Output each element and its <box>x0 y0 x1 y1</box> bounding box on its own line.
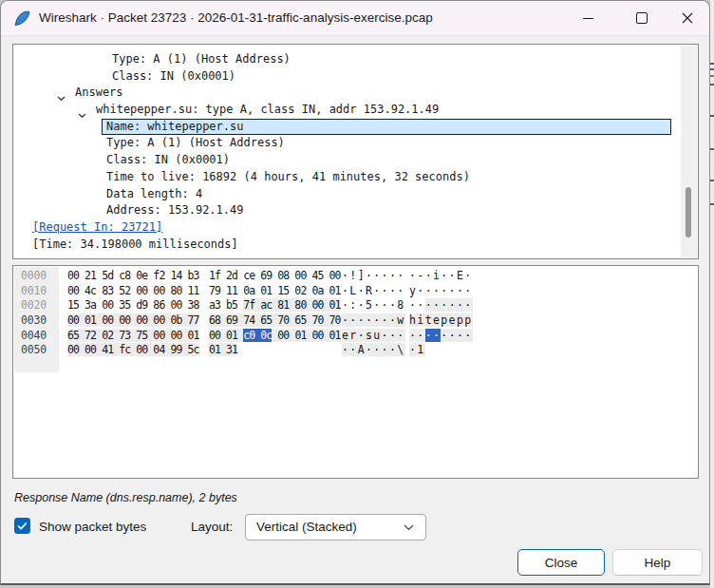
tree-scrollbar[interactable] <box>681 46 697 257</box>
packet-dialog-window: Wireshark · Packet 23723 · 2026-01-31-tr… <box>0 0 710 585</box>
show-packet-bytes-label[interactable]: Show packet bytes <box>39 520 146 534</box>
tree-scrollbar-thumb[interactable] <box>686 187 691 237</box>
tree-row-selected[interactable]: Name: whitepepper.su <box>13 119 680 136</box>
tree-row-text: Answers <box>75 85 123 102</box>
hex-offset: 0010 <box>21 284 47 299</box>
tree-row[interactable]: Answers <box>13 85 680 102</box>
hex-segment: ·L·R···· <box>342 284 405 299</box>
layout-dropdown-value: Vertical (Stacked) <box>256 515 357 540</box>
show-packet-bytes-checkbox[interactable] <box>14 518 30 534</box>
screen-edge-artifact <box>710 0 714 588</box>
field-status-text: Response Name (dns.resp.name), 2 bytes <box>14 491 237 504</box>
tree-row[interactable]: Class: IN (0x0001) <box>13 68 680 85</box>
hex-segment: ·-·i··E· <box>409 269 473 284</box>
close-window-button[interactable] <box>666 1 709 35</box>
tree-row-text: Data length: 4 <box>106 186 202 203</box>
tree-row-text: Time to live: 16892 (4 hours, 41 minutes… <box>106 169 470 186</box>
tree-row-text: Class: IN (0x0001) <box>106 152 230 169</box>
hex-offset: 0040 <box>21 329 47 344</box>
hex-segment: hitepepp <box>409 313 473 329</box>
hex-segment: 68 69 74 65 70 65 70 70 <box>209 313 341 329</box>
close-icon <box>682 12 693 24</box>
tree-row-text: Address: 153.92.1.49 <box>106 202 244 219</box>
wireshark-icon <box>13 9 31 28</box>
hex-segment: 1f 2d ce 69 08 00 45 00 <box>209 269 341 284</box>
tree-row-text: [Time: 34.198000 milliseconds] <box>32 237 238 254</box>
hex-segment: ········ <box>409 329 473 344</box>
tree-row-text: Type: A (1) (Host Address) <box>112 51 291 68</box>
minimize-button[interactable] <box>566 1 610 35</box>
tree-row[interactable]: Time to live: 16892 (4 hours, 41 minutes… <box>13 169 680 186</box>
hex-offset: 0020 <box>21 298 47 313</box>
tree-row[interactable]: whitepepper.su: type A, class IN, addr 1… <box>13 102 680 119</box>
layout-label: Layout: <box>191 520 233 534</box>
hex-segment: 00 01 c0 0c 00 01 00 01 <box>209 329 341 344</box>
packet-detail-pane: Type: A (1) (Host Address)Class: IN (0x0… <box>12 44 699 259</box>
hex-segment: y······· <box>409 284 473 299</box>
hex-segment: ·!]····· <box>342 269 405 284</box>
packet-detail-rows: Type: A (1) (Host Address)Class: IN (0x0… <box>13 51 680 253</box>
hex-offset: 0030 <box>21 313 47 329</box>
title-bar: Wireshark · Packet 23723 · 2026-01-31-tr… <box>1 1 709 36</box>
hex-segment: 01 31 <box>209 343 237 358</box>
tree-row[interactable]: Type: A (1) (Host Address) <box>13 51 680 68</box>
tree-row[interactable]: [Time: 34.198000 milliseconds] <box>13 237 680 254</box>
help-button[interactable]: Help <box>612 549 703 576</box>
hex-segment: 00 4c 83 52 00 00 80 11 <box>67 284 199 299</box>
hex-segment: 15 3a 00 35 d9 86 00 38 <box>67 298 199 313</box>
close-button[interactable]: Close <box>517 549 605 576</box>
minimize-icon <box>583 18 593 19</box>
hex-segment: 00 21 5d c8 0e f2 14 b3 <box>67 269 199 284</box>
hex-segment: ··A····\ <box>342 343 405 358</box>
hex-segment: ·······w <box>342 313 405 329</box>
hex-offset: 0000 <box>21 269 47 284</box>
hex-segment: er·su··· <box>342 329 405 344</box>
checkmark-icon <box>17 522 28 531</box>
tree-row-text: [Request In: 23721] <box>32 219 162 237</box>
tree-row[interactable]: Address: 153.92.1.49 <box>13 202 680 219</box>
tree-row[interactable]: Type: A (1) (Host Address) <box>13 135 680 152</box>
hex-segment: ·1 <box>409 343 425 358</box>
tree-row[interactable]: Class: IN (0x0001) <box>13 152 680 169</box>
tree-row-text: Name: whitepepper.su <box>106 119 244 136</box>
hex-offset: 0050 <box>21 343 47 358</box>
hex-segment: 00 01 00 00 00 00 0b 77 <box>67 313 199 329</box>
window-title: Wireshark · Packet 23723 · 2026-01-31-tr… <box>39 1 433 35</box>
tree-row-text: Class: IN (0x0001) <box>112 68 235 85</box>
maximize-button[interactable] <box>620 1 664 35</box>
hex-segment: ········ <box>409 298 473 313</box>
chevron-down-icon <box>404 524 414 531</box>
packet-bytes-pane: 000000 21 5d c8 0e f2 14 b31f 2d ce 69 0… <box>12 265 699 479</box>
hex-segment: a3 b5 7f ac 81 80 00 01 <box>209 298 341 313</box>
hex-segment: 79 11 0a 01 15 02 0a 01 <box>209 284 341 299</box>
hex-segment: ·:·5···8 <box>342 298 405 313</box>
hex-segment: 00 00 41 fc 00 04 99 5c <box>67 343 199 358</box>
tree-row-text: whitepepper.su: type A, class IN, addr 1… <box>96 102 439 119</box>
tree-row-text: Type: A (1) (Host Address) <box>106 135 285 152</box>
layout-dropdown[interactable]: Vertical (Stacked) <box>245 514 426 541</box>
hex-segment: 65 72 02 73 75 00 00 01 <box>67 329 199 344</box>
tree-row[interactable]: Data length: 4 <box>13 186 680 203</box>
maximize-icon <box>636 12 648 24</box>
tree-row[interactable]: [Request In: 23721] <box>13 219 680 237</box>
